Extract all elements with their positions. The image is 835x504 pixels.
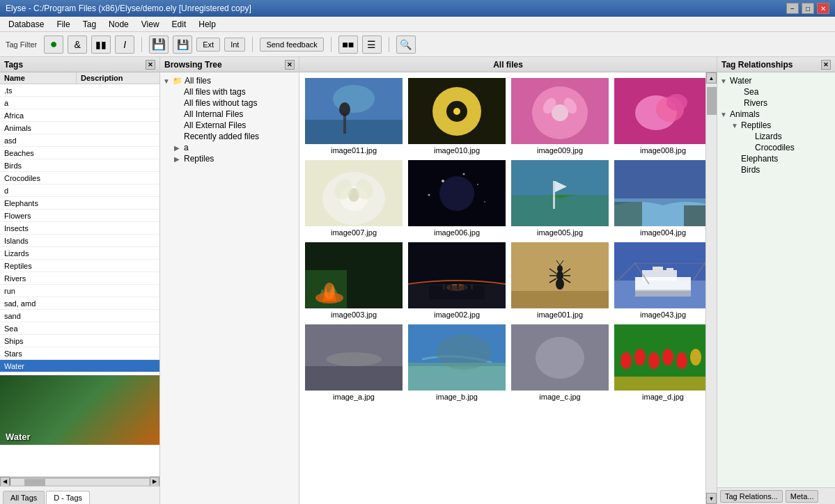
tag-row-reptiles[interactable]: Reptiles: [0, 260, 159, 272]
tag-row-asd[interactable]: asd: [0, 134, 159, 147]
file-item-010[interactable]: image010.jpg: [408, 78, 506, 155]
file-item-009[interactable]: image009.jpg: [511, 78, 609, 155]
minimize-button[interactable]: −: [786, 3, 799, 14]
file-item-043[interactable]: image043.jpg: [614, 242, 705, 319]
tagrel-panel-close[interactable]: ✕: [821, 60, 831, 70]
tag-row-rivers[interactable]: Rivers: [0, 272, 159, 285]
tree-item-recent[interactable]: Recently added files: [163, 131, 296, 142]
tag-row-animals[interactable]: Animals: [0, 122, 159, 134]
meta-button[interactable]: Meta...: [786, 490, 819, 503]
tags-name-header[interactable]: Name: [0, 72, 77, 84]
tag-row-a[interactable]: a: [0, 97, 159, 109]
maximize-button[interactable]: □: [802, 3, 814, 14]
scroll-left-button[interactable]: ◀: [0, 477, 10, 487]
scroll-down-button[interactable]: ▼: [706, 493, 717, 504]
tagrel-item-rivers[interactable]: Rivers: [720, 97, 832, 109]
tags-description-header[interactable]: Description: [77, 72, 159, 84]
tagrel-item-animals[interactable]: ▼ Animals: [720, 109, 832, 120]
file-item-b[interactable]: image_b.jpg: [408, 324, 506, 401]
file-item-a[interactable]: image_a.jpg: [305, 324, 403, 401]
menu-edit[interactable]: Edit: [166, 18, 192, 31]
save-button[interactable]: 💾: [173, 36, 192, 54]
scroll-right-button[interactable]: ▶: [150, 477, 159, 487]
tag-row-sea[interactable]: Sea: [0, 322, 159, 335]
tags-panel-close[interactable]: ✕: [146, 60, 155, 70]
text-tag-button[interactable]: I: [115, 36, 134, 54]
file-item-005[interactable]: image005.jpg: [511, 160, 609, 237]
tagrel-item-crocodiles[interactable]: Crocodiles: [720, 142, 832, 153]
tag-row-beaches[interactable]: Beaches: [0, 147, 159, 159]
vscroll-thumb[interactable]: [707, 87, 717, 115]
file-item-c[interactable]: image_c.jpg: [511, 324, 609, 401]
scroll-track[interactable]: [10, 478, 150, 486]
menu-help[interactable]: Help: [193, 18, 221, 31]
tag-row-crocodiles[interactable]: Crocodiles: [0, 172, 159, 184]
file-item-008[interactable]: image008.jpg: [614, 78, 705, 155]
int-button[interactable]: Int: [224, 38, 245, 52]
tag-row-lizards[interactable]: Lizards: [0, 247, 159, 260]
list-view-button[interactable]: ☰: [362, 36, 382, 54]
file-thumb-005: [511, 160, 609, 226]
file-item-002[interactable]: image002.jpg: [408, 242, 506, 319]
send-feedback-button[interactable]: Send feedback: [260, 38, 323, 52]
all-tags-tab[interactable]: All Tags: [3, 491, 45, 504]
tag-row-islands[interactable]: Islands: [0, 235, 159, 247]
file-item-007[interactable]: image007.jpg: [305, 160, 403, 237]
tree-item-reptiles[interactable]: ▶ Reptiles: [163, 153, 296, 164]
tagrel-item-reptiles[interactable]: ▼ Reptiles: [720, 120, 832, 131]
tag-row-water[interactable]: Water: [0, 360, 159, 372]
tag-row-africa[interactable]: Africa: [0, 109, 159, 122]
tag-row-sand[interactable]: sand: [0, 310, 159, 322]
vscroll-track[interactable]: [706, 84, 717, 493]
file-item-011[interactable]: image011.jpg: [305, 78, 403, 155]
tagrel-item-sea[interactable]: Sea: [720, 86, 832, 97]
file-item-006[interactable]: image006.jpg: [408, 160, 506, 237]
tree-item-without-tags[interactable]: All files without tags: [163, 97, 296, 109]
file-item-d[interactable]: image_d.jpg: [614, 324, 705, 401]
tag-row-birds[interactable]: Birds: [0, 159, 159, 172]
tag-row-elephants[interactable]: Elephants: [0, 197, 159, 210]
ext-button[interactable]: Ext: [196, 38, 220, 52]
tree-item-with-tags[interactable]: All files with tags: [163, 86, 296, 97]
svg-rect-52: [511, 291, 609, 308]
tag-row-stars[interactable]: Stars: [0, 347, 159, 360]
grid-view-button[interactable]: ■■: [338, 36, 358, 54]
tree-panel-close[interactable]: ✕: [285, 60, 295, 70]
tag-row-ts[interactable]: .ts: [0, 84, 159, 97]
tag-row-flowers[interactable]: Flowers: [0, 210, 159, 222]
tag-row-sadamd[interactable]: sad, amd: [0, 297, 159, 310]
file-item-001[interactable]: image001.jpg: [511, 242, 609, 319]
d-tags-tab[interactable]: D - Tags: [46, 491, 90, 504]
tagrel-item-lizards[interactable]: Lizards: [720, 131, 832, 142]
tags-panel: Tags ✕ Name Description .ts a Africa Ani…: [0, 57, 160, 504]
tagrel-item-elephants[interactable]: Elephants: [720, 153, 832, 164]
scroll-thumb[interactable]: [24, 479, 45, 486]
menu-file[interactable]: File: [51, 18, 75, 31]
tagrel-item-birds[interactable]: Birds: [720, 164, 832, 175]
tag-row-run[interactable]: run: [0, 285, 159, 297]
tree-root[interactable]: ▼ 📁 All files: [163, 75, 296, 86]
add-tag-button[interactable]: ●: [44, 36, 63, 54]
tree-item-external[interactable]: All External Files: [163, 120, 296, 131]
search-button[interactable]: 🔍: [396, 36, 416, 54]
menu-view[interactable]: View: [136, 18, 165, 31]
svg-point-29: [428, 194, 430, 196]
menu-database[interactable]: Database: [3, 18, 49, 31]
and-tag-button[interactable]: &: [68, 36, 87, 54]
external-link-button[interactable]: 💾: [149, 36, 169, 54]
file-item-003[interactable]: image003.jpg: [305, 242, 403, 319]
tagrel-item-water[interactable]: ▼ Water: [720, 75, 832, 86]
tag-row-d[interactable]: d: [0, 184, 159, 197]
close-button[interactable]: ✕: [817, 3, 829, 14]
file-item-004[interactable]: image004.jpg: [614, 160, 705, 237]
menu-tag[interactable]: Tag: [77, 18, 102, 31]
menu-node[interactable]: Node: [103, 18, 134, 31]
tree-item-internal[interactable]: All Internal Files: [163, 109, 296, 120]
tag-relations-button[interactable]: Tag Relations...: [720, 490, 783, 503]
file-name-c: image_c.jpg: [539, 393, 580, 401]
tree-item-a[interactable]: ▶ a: [163, 142, 296, 153]
pause-tag-button[interactable]: ▮▮: [91, 36, 111, 54]
scroll-up-button[interactable]: ▲: [706, 72, 717, 84]
tag-row-ships[interactable]: Ships: [0, 335, 159, 347]
tag-row-insects[interactable]: Insects: [0, 222, 159, 235]
